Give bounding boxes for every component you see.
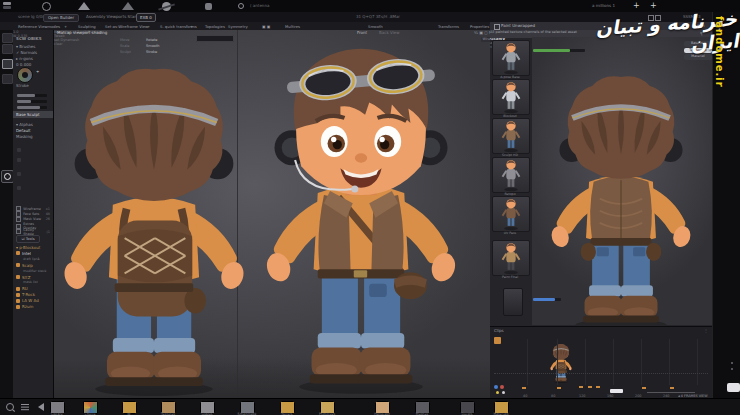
outliner-item[interactable]: ▾ p-Blockout xyxy=(16,245,40,250)
keyframe-mark[interactable] xyxy=(670,387,674,389)
viewport-info-line1: Matcap viewport shading xyxy=(57,31,107,36)
reference-thumbnail[interactable] xyxy=(492,118,530,154)
keyframe-mark[interactable] xyxy=(588,386,592,388)
object-icon xyxy=(16,305,20,309)
wheel-plus-button[interactable]: + xyxy=(36,70,39,75)
tools-button[interactable]: ☑ Tools xyxy=(16,235,40,243)
keyframe-mark[interactable] xyxy=(579,386,583,388)
main-3d-viewport[interactable]: Matcap viewport shading resolution at 2 … xyxy=(54,30,490,398)
object-icon xyxy=(16,287,20,291)
parameter-slider[interactable] xyxy=(17,100,47,103)
menu-item[interactable]: Set-as-Wireframe View xyxy=(105,24,148,29)
timeline-asset-icon[interactable] xyxy=(494,337,501,344)
reference-thumbnail[interactable] xyxy=(492,79,530,115)
tool-pair-label[interactable]: Move xyxy=(120,38,129,42)
stroke-header: Stroke xyxy=(16,84,29,89)
timeline-blue-dot[interactable] xyxy=(494,385,498,389)
outliner-item[interactable]: RU xyxy=(16,286,28,291)
rail-layers-icon[interactable] xyxy=(2,59,13,69)
character-front-view-render xyxy=(258,24,464,395)
faint-icon-2[interactable] xyxy=(17,158,21,162)
faint-icon-4[interactable] xyxy=(17,186,21,190)
display-mode-pill[interactable]: Textured B xyxy=(684,48,712,54)
object-icon xyxy=(16,251,20,255)
gridline xyxy=(527,339,528,385)
keyframe-mark[interactable] xyxy=(642,387,646,389)
menu-item[interactable]: Properties xyxy=(470,24,489,29)
dynamesh-input[interactable] xyxy=(196,35,234,42)
edge-dot-2 xyxy=(731,368,733,370)
pyramid-tool-2-icon[interactable] xyxy=(122,2,134,10)
outliner-item[interactable]: Scalp xyxy=(16,263,33,268)
bot-tool-icon[interactable] xyxy=(205,3,212,10)
parameter-slider[interactable] xyxy=(17,106,47,109)
add-view-button[interactable]: + xyxy=(650,1,657,10)
keyframe-mark[interactable] xyxy=(522,387,526,389)
timeline-menu-icon[interactable]: ⋮ xyxy=(704,329,708,334)
object-icon xyxy=(16,293,20,297)
menu-item[interactable]: Symmetry xyxy=(228,24,248,29)
check-row[interactable]: Face Sets48 xyxy=(16,211,50,216)
reference-thumbnail-label: UV Pass xyxy=(490,231,530,235)
green-progress-bar xyxy=(533,49,585,52)
app-logo[interactable] xyxy=(3,2,11,5)
outliner-item[interactable]: modifier stack xyxy=(16,269,47,273)
current-frame-box[interactable] xyxy=(610,389,623,393)
layout-icon-a[interactable] xyxy=(648,15,654,21)
reference-thumbnail[interactable] xyxy=(492,157,530,193)
keyframe-mark[interactable] xyxy=(596,386,600,388)
outliner-item[interactable]: T-Rock xyxy=(16,292,35,297)
edge-white-button[interactable] xyxy=(727,383,740,392)
outliner-item[interactable]: Intel xyxy=(16,251,31,256)
open-builder-button[interactable]: Open Builder xyxy=(43,14,79,22)
menu-item[interactable]: Topologies xyxy=(205,24,225,29)
outliner-item[interactable]: draft liprA xyxy=(16,257,39,261)
reference-thumbnail[interactable] xyxy=(492,240,530,276)
display-mode-pill[interactable]: Material xyxy=(684,54,712,60)
color-wheel-center xyxy=(22,72,28,78)
timeline-yellow-dot[interactable] xyxy=(496,391,499,394)
panel-row[interactable]: Masking xyxy=(16,135,33,140)
subbar-icon[interactable]: ¶ xyxy=(700,32,703,37)
menu-item[interactable]: + xyxy=(190,24,193,29)
rail-camera-icon[interactable] xyxy=(2,44,13,54)
rigged-thumb[interactable] xyxy=(503,288,523,316)
faint-icon-1[interactable] xyxy=(17,148,21,152)
speaker-icon[interactable] xyxy=(38,403,44,411)
outliner-item[interactable]: mask list xyxy=(16,280,38,284)
rail-brush-icon[interactable] xyxy=(2,74,13,84)
parameter-slider[interactable] xyxy=(17,94,47,97)
display-mode-pill[interactable]: Baseline xyxy=(684,41,712,47)
timeline-range-line[interactable] xyxy=(647,392,695,393)
active-document-tab[interactable]: EXB 0 xyxy=(136,13,156,22)
selected-row[interactable]: Base Sculpt xyxy=(13,111,53,118)
faint-icon-3[interactable] xyxy=(17,172,21,176)
reference-thumbnail[interactable] xyxy=(492,196,530,232)
rail-cube-icon[interactable] xyxy=(2,33,13,43)
timeline-white-dot[interactable] xyxy=(502,391,505,394)
layout-icon-b[interactable] xyxy=(655,15,661,21)
menu-item[interactable]: + xyxy=(64,24,67,29)
ring-tool-icon[interactable] xyxy=(42,2,51,11)
outliner-item[interactable]: Rzum xyxy=(16,304,33,309)
add-tab-button[interactable]: + xyxy=(633,1,640,10)
timeline-red-dot[interactable] xyxy=(500,385,504,389)
menu-item[interactable]: Sculpting xyxy=(78,24,96,29)
keyframe-mark[interactable] xyxy=(557,387,561,389)
right-panel-header: Paint Unwrapped ▤ ▦ × xyxy=(490,22,712,30)
left-icon-rail xyxy=(0,30,14,398)
color-wheel[interactable] xyxy=(17,67,33,83)
list-view-icon[interactable] xyxy=(21,404,29,405)
timeline-title: Clips xyxy=(494,329,504,334)
reference-preview-viewport[interactable] xyxy=(532,37,712,325)
outliner-item[interactable]: SttZ xyxy=(16,275,30,280)
timeline-character-sprite[interactable] xyxy=(538,341,584,383)
right-panel-header-icons[interactable]: ▤ ▦ × xyxy=(692,24,705,29)
menu-item[interactable]: + xyxy=(147,24,150,29)
reference-thumbnail[interactable] xyxy=(492,40,530,76)
outliner-item[interactable]: LA W Ad xyxy=(16,298,39,303)
pin-tool-icon[interactable] xyxy=(238,3,244,9)
menu-item[interactable]: Reference Viewmodes xyxy=(18,24,60,29)
object-icon xyxy=(16,299,20,303)
pyramid-tool-icon[interactable] xyxy=(78,2,90,10)
